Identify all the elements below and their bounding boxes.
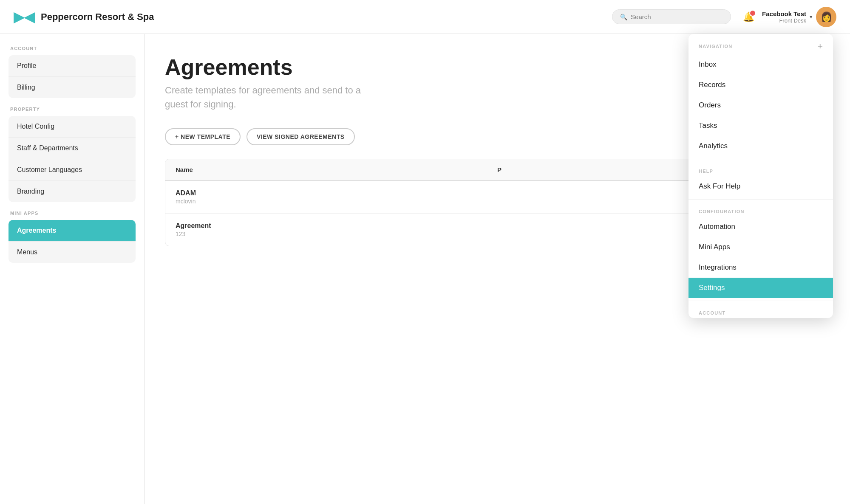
dropdown-item-tasks[interactable]: Tasks bbox=[688, 115, 833, 136]
dropdown-divider-2 bbox=[688, 199, 833, 200]
cell-adam-name: ADAM bbox=[176, 189, 497, 197]
sidebar-section-property: PROPERTY bbox=[8, 107, 136, 112]
sidebar-item-branding[interactable]: Branding bbox=[8, 181, 136, 202]
app-header: ▶◀ Peppercorn Resort & Spa 🔍 🔔 Facebook … bbox=[0, 0, 850, 34]
dropdown-navigation-header: NAVIGATION + bbox=[688, 34, 833, 54]
dropdown-plus-button[interactable]: + bbox=[817, 41, 823, 52]
cell-adam: ADAM mclovin bbox=[176, 189, 497, 205]
dropdown-section-help-label: HELP bbox=[688, 162, 833, 176]
dropdown-item-inbox[interactable]: Inbox bbox=[688, 54, 833, 75]
notification-bell[interactable]: 🔔 bbox=[743, 11, 754, 23]
cell-agreement: Agreement 123 bbox=[176, 222, 497, 237]
user-name: Facebook Test bbox=[762, 10, 806, 17]
navigation-dropdown: NAVIGATION + Inbox Records Orders Tasks … bbox=[688, 34, 833, 318]
sidebar-item-billing[interactable]: Billing bbox=[8, 77, 136, 98]
user-text: Facebook Test Front Desk bbox=[762, 10, 806, 24]
new-template-button[interactable]: + NEW TEMPLATE bbox=[165, 128, 241, 145]
column-name: Name bbox=[176, 166, 497, 173]
dropdown-section-navigation-label: NAVIGATION bbox=[699, 44, 732, 49]
sidebar: ACCOUNT Profile Billing PROPERTY Hotel C… bbox=[0, 34, 144, 504]
dropdown-item-ask-for-help[interactable]: Ask For Help bbox=[688, 176, 833, 197]
user-info[interactable]: Facebook Test Front Desk ▾ 👩 bbox=[762, 7, 836, 27]
dropdown-divider-3 bbox=[688, 301, 833, 301]
view-signed-button[interactable]: VIEW SIGNED AGREEMENTS bbox=[246, 128, 355, 145]
cell-agreement-sub: 123 bbox=[176, 231, 497, 237]
dropdown-item-mini-apps[interactable]: Mini Apps bbox=[688, 237, 833, 257]
cell-agreement-name: Agreement bbox=[176, 222, 497, 230]
sidebar-item-customer-languages[interactable]: Customer Languages bbox=[8, 159, 136, 181]
sidebar-item-staff-departments[interactable]: Staff & Departments bbox=[8, 138, 136, 159]
logo-area: ▶◀ Peppercorn Resort & Spa bbox=[14, 9, 154, 25]
app-title: Peppercorn Resort & Spa bbox=[41, 11, 154, 23]
notification-badge bbox=[749, 10, 756, 17]
dropdown-section-configuration-label: CONFIGURATION bbox=[688, 202, 833, 217]
sidebar-group-mini-apps: Agreements Menus bbox=[8, 220, 136, 263]
chevron-down-icon: ▾ bbox=[810, 14, 813, 20]
sidebar-section-mini-apps: MINI APPS bbox=[8, 211, 136, 216]
sidebar-item-hotel-config[interactable]: Hotel Config bbox=[8, 116, 136, 138]
dropdown-item-settings[interactable]: Settings bbox=[688, 278, 833, 298]
cell-adam-sub: mclovin bbox=[176, 198, 497, 205]
dropdown-item-automation[interactable]: Automation bbox=[688, 217, 833, 237]
sidebar-item-menus[interactable]: Menus bbox=[8, 242, 136, 263]
sidebar-group-property: Hotel Config Staff & Departments Custome… bbox=[8, 116, 136, 202]
header-right: 🔔 Facebook Test Front Desk ▾ 👩 bbox=[743, 7, 836, 27]
sidebar-item-profile[interactable]: Profile bbox=[8, 55, 136, 77]
dropdown-section-account-label: ACCOUNT bbox=[688, 304, 833, 318]
avatar: 👩 bbox=[816, 7, 836, 27]
dropdown-divider-1 bbox=[688, 159, 833, 159]
dropdown-item-orders[interactable]: Orders bbox=[688, 95, 833, 115]
sidebar-group-account: Profile Billing bbox=[8, 55, 136, 98]
logo-icon: ▶◀ bbox=[14, 9, 35, 25]
user-role: Front Desk bbox=[762, 17, 806, 24]
dropdown-item-analytics[interactable]: Analytics bbox=[688, 136, 833, 156]
dropdown-item-integrations[interactable]: Integrations bbox=[688, 257, 833, 278]
search-icon: 🔍 bbox=[620, 14, 627, 20]
search-box[interactable]: 🔍 bbox=[612, 9, 731, 24]
dropdown-item-records[interactable]: Records bbox=[688, 75, 833, 95]
sidebar-section-account: ACCOUNT bbox=[8, 46, 136, 51]
search-input[interactable] bbox=[631, 13, 723, 20]
sidebar-item-agreements[interactable]: Agreements bbox=[8, 220, 136, 242]
